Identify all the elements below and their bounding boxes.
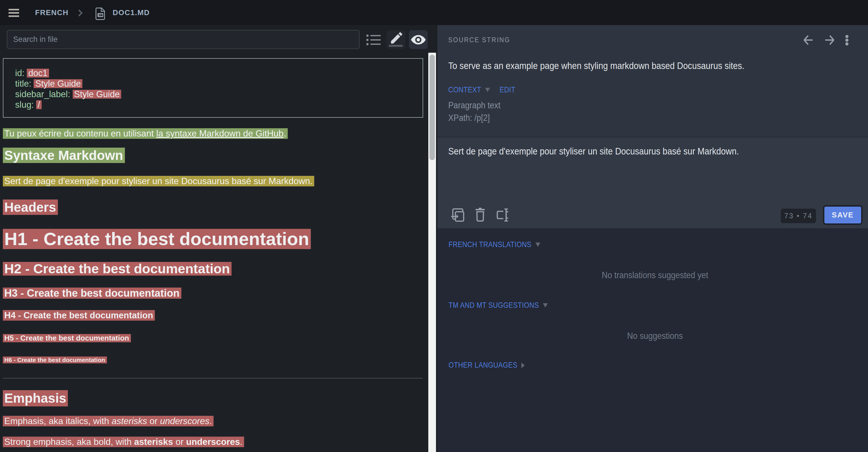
svg-text:M: M (99, 13, 101, 17)
